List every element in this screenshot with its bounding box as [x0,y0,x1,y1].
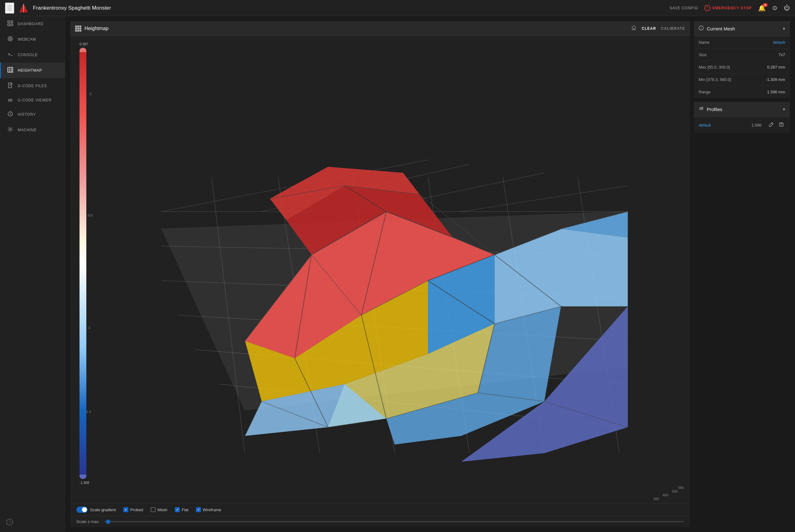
profile-row-default: default 1.596 [694,117,790,133]
calibrate-button[interactable]: CALIBRATE [661,26,685,31]
sidebar-item-gcode-files[interactable]: G-CODE FILES [0,78,65,94]
scale-slider[interactable] [104,521,684,522]
current-mesh-title: Current Mesh [707,26,780,31]
sidebar-item-label: G-CODE VIEWER [18,98,52,102]
sidebar-item-machine[interactable]: MACHINE [0,122,65,138]
svg-line-40 [461,186,628,212]
heightmap-header: Heightmap CLEAR CALIBRATE [70,21,690,36]
color-bar-min: -1.309 [79,481,89,484]
color-bar-max: 0.287 [79,42,88,46]
svg-line-59 [772,123,773,125]
heightmap-icon [7,67,13,74]
sidebar-item-label: DASHBOARD [18,22,43,26]
axis-label-500: 500 [672,490,677,493]
gcode-files-icon [7,82,13,89]
axis-label-zero: 0 [89,92,91,96]
svg-point-21 [10,129,11,130]
notification-badge: 4 [763,3,768,7]
sidebar-item-heightmap[interactable]: HEIGHTMAP [0,63,65,78]
emergency-stop-button[interactable]: ! EMERGENCY STOP [704,5,752,11]
probed-checkbox[interactable]: ✓ [123,507,128,512]
mesh-checkbox-label[interactable]: Mesh [151,507,167,512]
profile-edit-button[interactable] [768,121,775,129]
mesh-checkbox[interactable] [151,507,156,512]
min-value: -1.309 mm [766,77,785,82]
save-config-button[interactable]: SAVE CONFIG [670,6,698,10]
svg-text:i: i [701,26,702,30]
sidebar-item-history[interactable]: HISTORY [0,107,65,122]
wireframe-checkbox-label[interactable]: ✓ Wireframe [196,507,221,512]
clear-button[interactable]: CLEAR [642,26,656,31]
name-value: default [773,40,785,45]
sidebar-item-webcam[interactable]: WEBCAM [0,32,65,47]
scale-row: Scale z-max. [70,516,690,527]
app-title: Frankentronxy Spaghetti Monster [33,5,666,11]
profiles-header: Profiles ▾ [694,102,790,117]
heightmap-title: Heightmap [75,25,628,32]
sidebar-item-label: G-CODE FILES [18,84,47,88]
sidebar-item-label: HISTORY [18,112,36,117]
viz-canvas: 0.287 -1.309 0 -0.5 -1 - [70,36,690,503]
power-button[interactable]: ⏻ [784,4,790,12]
notifications-button[interactable]: 🔔 4 [758,4,766,12]
sidebar-bottom: ? [0,514,65,532]
sidebar-item-dashboard[interactable]: DASHBOARD [0,16,65,32]
sidebar-item-label: CONSOLE [18,53,38,57]
heightmap-panel: Heightmap CLEAR CALIBRATE 0.287 [70,21,690,527]
color-bar: 0.287 -1.309 [79,42,89,484]
svg-marker-19 [12,83,13,84]
scale-slider-thumb [106,519,110,524]
svg-rect-10 [8,67,13,72]
logo [18,2,29,14]
flat-checkbox-label[interactable]: ✓ Flat [175,507,188,512]
emergency-icon: ! [704,5,710,11]
topbar: ☰ Frankentronxy Spaghetti Monster SAVE C… [0,0,795,16]
grid-icon [75,25,82,32]
heightmap-visualization[interactable]: 0.287 -1.309 0 -0.5 -1 - [70,36,690,527]
flat-checkbox[interactable]: ✓ [175,507,180,512]
axis-label-580: 580 [678,486,684,490]
svg-text:?: ? [9,520,11,525]
axis-label-400: 400 [663,493,668,497]
home-button[interactable] [631,25,637,32]
svg-rect-60 [779,123,783,126]
min-label: Min [378.3, 560.0] [699,77,766,82]
profile-value-default: 1.596 [751,123,761,128]
profiles-title: Profiles [707,107,780,112]
max-value: 0.287 mm [767,65,785,70]
emergency-stop-label: EMERGENCY STOP [712,6,752,10]
profile-name-default[interactable]: default [699,123,749,128]
size-value: 7x7 [779,53,785,57]
sidebar-item-label: WEBCAM [18,37,36,42]
current-mesh-chevron[interactable]: ▾ [783,26,785,31]
help-icon[interactable]: ? [6,520,13,527]
controls-row: Scale gradient ✓ Probed Mesh [70,503,690,516]
svg-rect-5 [8,24,10,26]
scale-gradient-label: Scale gradient [90,508,116,512]
current-mesh-header: i Current Mesh ▾ [694,21,790,36]
range-label: Range [699,90,767,94]
current-mesh-min-row: Min [378.3, 560.0] -1.309 mm [694,74,790,86]
current-mesh-card: i Current Mesh ▾ Name default Size 7x7 M… [694,21,790,98]
wireframe-checkbox[interactable]: ✓ [196,507,201,512]
sidebar-item-console[interactable]: CONSOLE [0,47,65,63]
gcode-viewer-icon: 3D [7,98,13,102]
current-mesh-name-row: Name default [694,36,790,49]
svg-rect-4 [11,21,13,23]
menu-button[interactable]: ☰ [5,2,14,14]
scale-gradient-toggle[interactable]: Scale gradient [76,507,116,513]
webcam-icon [7,36,13,43]
scale-gradient-switch[interactable] [76,507,88,513]
probed-checkbox-label[interactable]: ✓ Probed [123,507,143,512]
profiles-chevron[interactable]: ▾ [783,107,785,112]
machine-icon [7,127,13,133]
max-label: Max [55.0, 300.0] [699,65,767,70]
profile-delete-button[interactable] [778,121,785,129]
sidebar-item-gcode-viewer[interactable]: 3D G-CODE VIEWER [0,94,65,107]
axis-label-300: 300 [653,497,659,501]
sidebar-item-label: MACHINE [18,128,37,132]
svg-point-7 [8,37,13,41]
current-mesh-range-row: Range 1.596 mm [694,86,790,98]
settings-button[interactable]: ⚙ [772,4,778,12]
heightmap-actions: CLEAR CALIBRATE [631,25,685,32]
